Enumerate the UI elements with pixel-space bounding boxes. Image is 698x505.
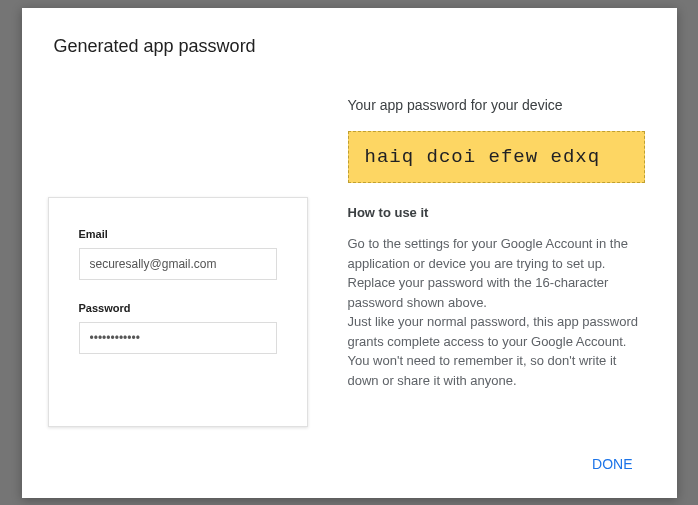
- password-label: Password: [79, 302, 277, 314]
- howto-paragraph-2: Just like your normal password, this app…: [348, 314, 638, 388]
- modal-footer: DONE: [580, 448, 644, 480]
- email-label: Email: [79, 228, 277, 240]
- password-field-group: Password: [79, 302, 277, 354]
- instructions-panel: Your app password for your device haiq d…: [348, 97, 645, 427]
- howto-paragraph-1: Go to the settings for your Google Accou…: [348, 236, 628, 310]
- email-field[interactable]: [79, 248, 277, 280]
- howto-text: Go to the settings for your Google Accou…: [348, 234, 645, 390]
- credentials-card: Email Password: [48, 197, 308, 427]
- app-password-modal: Generated app password Email Password Yo…: [22, 8, 677, 498]
- email-field-group: Email: [79, 228, 277, 280]
- instructions-subtitle: Your app password for your device: [348, 97, 645, 113]
- modal-title: Generated app password: [54, 36, 645, 57]
- password-field[interactable]: [79, 322, 277, 354]
- howto-title: How to use it: [348, 205, 645, 220]
- modal-content: Email Password Your app password for you…: [54, 97, 645, 427]
- done-button[interactable]: DONE: [580, 448, 644, 480]
- generated-password-box: haiq dcoi efew edxq: [348, 131, 645, 183]
